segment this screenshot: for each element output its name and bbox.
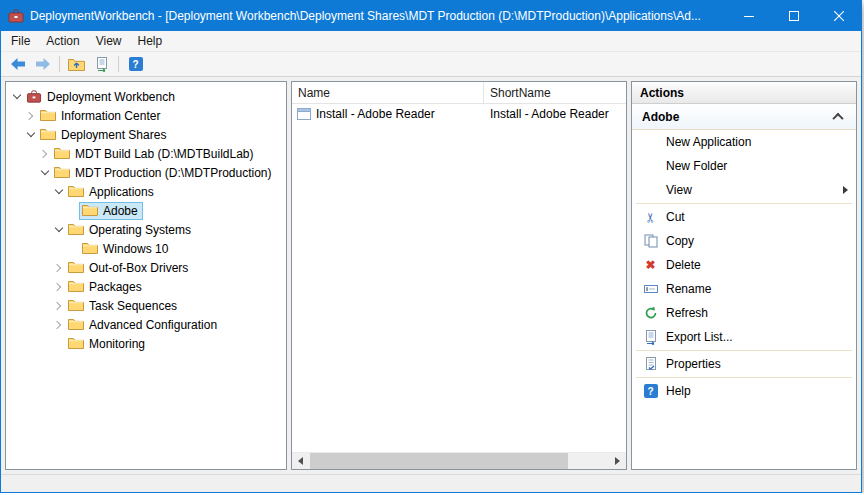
tree-item-label: Deployment Shares <box>61 128 166 142</box>
up-one-level-button[interactable] <box>65 54 88 75</box>
scrollbar-thumb[interactable] <box>310 453 568 469</box>
menu-view[interactable]: View <box>88 32 130 50</box>
collapse-chevron-icon[interactable] <box>52 182 65 201</box>
action-delete[interactable]: ✖ Delete <box>632 253 856 277</box>
main-area: Deployment Workbench Information Center … <box>1 77 861 474</box>
action-properties[interactable]: Properties <box>632 352 856 376</box>
menu-help[interactable]: Help <box>130 32 171 50</box>
export-list-button[interactable] <box>90 54 113 75</box>
expand-chevron-icon[interactable] <box>52 258 65 277</box>
expand-chevron-icon[interactable] <box>52 296 65 315</box>
tree-item-applications[interactable]: Applications <box>6 182 286 201</box>
tree-item-label: MDT Production (D:\MDTProduction) <box>75 166 272 180</box>
results-list-pane: Name ShortName Install - Adobe Reader In… <box>291 81 627 470</box>
scissors-icon: ✂ <box>642 209 659 225</box>
folder-icon <box>68 337 84 350</box>
console-tree-pane: Deployment Workbench Information Center … <box>5 81 287 470</box>
list-row-install-adobe-reader[interactable]: Install - Adobe Reader Install - Adobe R… <box>292 104 626 124</box>
close-button[interactable] <box>816 1 861 31</box>
action-label: View <box>666 183 692 197</box>
tree-item-label: Out-of-Box Drivers <box>89 261 188 275</box>
tree-item-windows-10[interactable]: Windows 10 <box>6 239 286 258</box>
twisty-placeholder <box>66 201 79 220</box>
help-button[interactable]: ? <box>124 54 147 75</box>
tree-item-advanced-configuration[interactable]: Advanced Configuration <box>6 315 286 334</box>
chevron-up-icon[interactable] <box>830 109 846 125</box>
column-header-shortname[interactable]: ShortName <box>484 82 626 103</box>
column-header-name[interactable]: Name <box>292 82 484 103</box>
action-cut[interactable]: ✂ Cut <box>632 205 856 229</box>
tree-item-task-sequences[interactable]: Task Sequences <box>6 296 286 315</box>
action-help[interactable]: ? Help <box>632 379 856 403</box>
tree-item-deployment-workbench[interactable]: Deployment Workbench <box>6 87 286 106</box>
menu-action[interactable]: Action <box>38 32 87 50</box>
scroll-right-button[interactable] <box>609 453 626 469</box>
forward-button[interactable] <box>31 54 54 75</box>
deployment-workbench-window: DeploymentWorkbench - [Deployment Workbe… <box>0 0 862 493</box>
tree-item-label: Task Sequences <box>89 299 177 313</box>
collapse-chevron-icon[interactable] <box>38 163 51 182</box>
maximize-button[interactable] <box>771 1 816 31</box>
back-button[interactable] <box>6 54 29 75</box>
expand-chevron-icon[interactable] <box>52 277 65 296</box>
collapse-chevron-icon[interactable] <box>10 87 23 106</box>
actions-pane-title: Actions <box>632 82 856 104</box>
folder-icon <box>68 299 84 312</box>
help-icon: ? <box>642 383 659 399</box>
actions-group-adobe[interactable]: Adobe <box>632 104 856 130</box>
action-export-list[interactable]: Export List... <box>632 325 856 349</box>
folder-icon <box>54 147 70 160</box>
toolbar-separator <box>118 56 119 72</box>
action-copy[interactable]: Copy <box>632 229 856 253</box>
expand-chevron-icon[interactable] <box>24 106 37 125</box>
tree-item-label: Deployment Workbench <box>47 90 175 104</box>
forward-icon <box>35 57 51 71</box>
expand-chevron-icon[interactable] <box>38 144 51 163</box>
export-list-icon <box>642 329 659 345</box>
selected-tree-node[interactable]: Adobe <box>79 202 143 220</box>
action-label: Properties <box>666 357 721 371</box>
collapse-chevron-icon[interactable] <box>52 220 65 239</box>
tree-item-packages[interactable]: Packages <box>6 277 286 296</box>
twisty-placeholder <box>66 239 79 258</box>
action-label: New Application <box>666 135 751 149</box>
tree-item-out-of-box-drivers[interactable]: Out-of-Box Drivers <box>6 258 286 277</box>
toolbar-separator <box>59 56 60 72</box>
minimize-button[interactable] <box>726 1 771 31</box>
tree-item-adobe[interactable]: Adobe <box>6 201 286 220</box>
action-new-folder[interactable]: New Folder <box>632 154 856 178</box>
action-new-application[interactable]: New Application <box>632 130 856 154</box>
tree-item-label: Windows 10 <box>103 242 168 256</box>
action-rename[interactable]: Rename <box>632 277 856 301</box>
workbench-icon <box>26 89 42 104</box>
expand-chevron-icon[interactable] <box>52 315 65 334</box>
menu-file[interactable]: File <box>3 32 38 50</box>
action-label: Delete <box>666 258 701 272</box>
tree-item-mdt-production[interactable]: MDT Production (D:\MDTProduction) <box>6 163 286 182</box>
tree-item-deployment-shares[interactable]: Deployment Shares <box>6 125 286 144</box>
folder-icon <box>68 280 84 293</box>
actions-pane: Actions Adobe New Application New Folder… <box>631 81 857 470</box>
tree-item-operating-systems[interactable]: Operating Systems <box>6 220 286 239</box>
tree-item-label: Packages <box>89 280 142 294</box>
scroll-left-button[interactable] <box>292 453 309 469</box>
action-refresh[interactable]: Refresh <box>632 301 856 325</box>
titlebar[interactable]: DeploymentWorkbench - [Deployment Workbe… <box>1 1 861 31</box>
scrollbar-track[interactable] <box>309 453 609 469</box>
tree-item-information-center[interactable]: Information Center <box>6 106 286 125</box>
tree-item-monitoring[interactable]: Monitoring <box>6 334 286 353</box>
action-view[interactable]: View <box>632 178 856 202</box>
copy-icon <box>642 233 659 249</box>
blank-icon <box>642 158 659 174</box>
action-label: New Folder <box>666 159 727 173</box>
scroll-right-icon <box>615 457 620 465</box>
properties-icon <box>642 356 659 372</box>
collapse-chevron-icon[interactable] <box>24 125 37 144</box>
twisty-placeholder <box>52 334 65 353</box>
folder-icon <box>40 128 56 141</box>
action-label: Copy <box>666 234 694 248</box>
back-icon <box>10 57 26 71</box>
horizontal-scrollbar[interactable] <box>292 452 626 469</box>
tree-item-mdt-build-lab[interactable]: MDT Build Lab (D:\MDTBuildLab) <box>6 144 286 163</box>
menubar: File Action View Help <box>1 31 861 52</box>
